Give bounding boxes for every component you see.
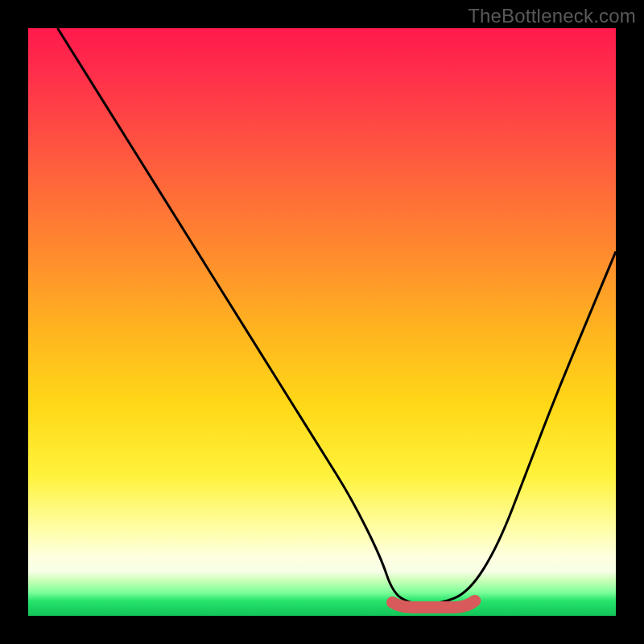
watermark-text: TheBottleneck.com — [468, 5, 636, 27]
chart-frame: TheBottleneck.com — [0, 0, 644, 644]
bottleneck-curve-line — [58, 28, 617, 604]
plot-area — [28, 28, 616, 616]
bottleneck-curve-svg — [28, 28, 616, 616]
minimum-band-highlight — [393, 601, 475, 607]
